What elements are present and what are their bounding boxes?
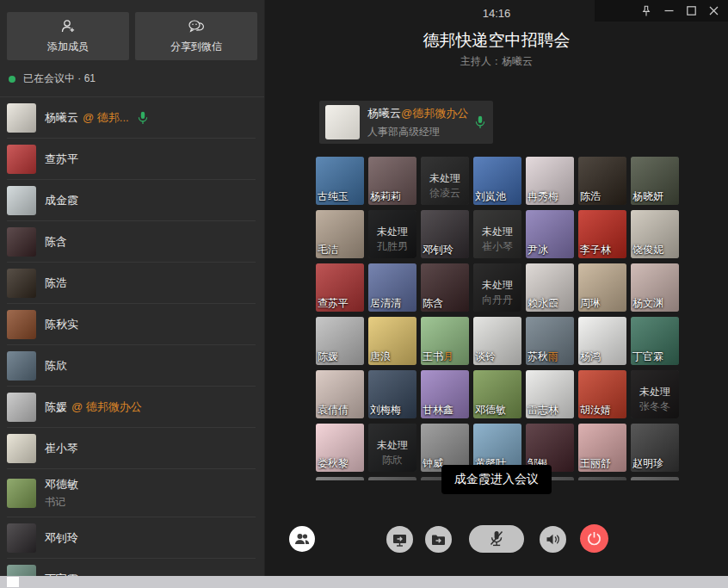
tile-name: 冉秀梅 [527, 189, 558, 204]
participant-list[interactable]: 杨曦云 @ 德邦... 查苏平 成金霞 [0, 96, 264, 576]
grid-tile[interactable]: 查苏平 [316, 263, 364, 312]
tile-avatar [578, 477, 626, 480]
grid-tile[interactable]: 甘林鑫 [421, 370, 469, 418]
grid-tile[interactable]: 未处理 崔小琴 [473, 210, 521, 258]
grid-tile[interactable]: 邓德敏 [473, 370, 521, 418]
participant-name: 崔小琴 [45, 441, 78, 456]
speaker-button[interactable] [540, 526, 566, 553]
grid-tile[interactable]: 邓钊玲 [421, 210, 469, 258]
tile-name: 丁官霖 [632, 350, 663, 364]
participant-row[interactable]: 杨曦云 @ 德邦... [0, 97, 264, 139]
tile-name: 杨鸿 [580, 350, 601, 364]
meeting-main-area: 14:16 德邦快递空中招聘会 主持人：杨曦云 杨曦云@德邦微办公 人事部高级经… [265, 0, 728, 576]
grid-tile[interactable]: 苏秋雨 [526, 317, 574, 365]
active-speaker-card[interactable]: 杨曦云@德邦微办公 人事部高级经理 [319, 101, 493, 144]
participant-row[interactable]: 查苏平 [0, 139, 264, 180]
grid-tile[interactable] [631, 477, 679, 480]
participant-row[interactable]: 邓钊玲 [0, 517, 264, 559]
participant-row[interactable]: 邓德敏 书记 [0, 469, 264, 517]
grid-tile[interactable]: 饶俊妮 [631, 210, 679, 258]
tile-name: 胡汝婧 [580, 403, 611, 418]
tile-name: 尹冰 [527, 243, 548, 257]
participant-name: 陈浩 [45, 275, 67, 291]
participant-row[interactable]: 成金霞 [0, 180, 264, 221]
participant-row[interactable]: 陈浩 [0, 263, 264, 304]
tile-name: 钟威 [423, 456, 443, 471]
grid-tile[interactable] [578, 477, 626, 480]
mic-on-icon [138, 111, 148, 125]
add-member-label: 添加成员 [47, 40, 89, 54]
grid-tile[interactable] [368, 477, 416, 480]
end-meeting-button[interactable] [580, 524, 608, 553]
pending-label: 未处理 [473, 278, 521, 293]
grid-tile[interactable]: 赖永霞 [526, 263, 574, 312]
horizontal-scrollbar[interactable] [0, 576, 728, 588]
grid-tile[interactable]: 杨莉莉 [368, 157, 416, 205]
participant-name: 杨曦云 [45, 110, 78, 126]
scrollbar-thumb[interactable] [7, 577, 19, 587]
grid-tile[interactable]: 陈含 [421, 263, 469, 312]
grid-tile[interactable]: 居清清 [368, 263, 416, 312]
grid-tile[interactable]: 刘梅梅 [368, 370, 416, 418]
participant-row[interactable]: 崔小琴 [0, 428, 264, 469]
participants-button[interactable] [289, 526, 315, 552]
participant-name: 陈欣 [45, 358, 67, 374]
grid-tile[interactable]: 未处理 徐凌云 [421, 157, 469, 205]
grid-tile[interactable]: 杨晓妍 [631, 157, 679, 205]
participant-name: 陈秋实 [45, 317, 78, 332]
share-file-button[interactable] [425, 526, 452, 553]
share-screen-icon [392, 533, 407, 547]
grid-tile[interactable]: 李子林 [578, 210, 626, 258]
grid-tile[interactable]: 娄秋黎 [316, 424, 364, 472]
microphone-muted-button[interactable] [469, 525, 524, 553]
meeting-title: 德邦快递空中招聘会 [265, 29, 728, 52]
grid-tile[interactable]: 冉秀梅 [526, 157, 574, 205]
participant-row[interactable]: 陈媛 @ 德邦微办公 [0, 387, 264, 428]
grid-tile[interactable]: 胡汝婧 [578, 370, 626, 418]
grid-tile[interactable]: 毛洁 [316, 210, 364, 258]
grid-tile[interactable]: 赵明珍 [631, 424, 679, 472]
grid-tile[interactable]: 陈媛 [316, 317, 364, 365]
participant-row[interactable]: 陈秋实 [0, 304, 264, 345]
grid-tile[interactable]: 古纯玉 [316, 157, 364, 205]
participant-row[interactable]: 丁官霖 [0, 559, 264, 576]
grid-tile[interactable]: 刘岚池 [473, 157, 521, 205]
grid-tile[interactable]: 未处理 向丹丹 [473, 263, 521, 312]
participant-name: 邓钊玲 [45, 530, 78, 546]
grid-tile[interactable]: 周琳 [578, 263, 626, 312]
grid-tile[interactable]: 杨文渊 [631, 263, 679, 312]
participant-row[interactable]: 陈欣 [0, 345, 264, 387]
share-wechat-label: 分享到微信 [170, 40, 222, 54]
grid-tile[interactable]: 丁官霖 [631, 317, 679, 365]
grid-tile[interactable]: 雷志林 [526, 370, 574, 418]
grid-tile[interactable]: 王书月 [421, 317, 469, 365]
tile-avatar [631, 477, 679, 480]
grid-tile[interactable]: 尹冰 [526, 210, 574, 258]
share-screen-button[interactable] [386, 526, 413, 553]
speaker-name: 杨曦云 [367, 107, 401, 120]
grid-tile[interactable]: 王丽舒 [578, 424, 626, 472]
participant-avatar [7, 145, 36, 174]
participant-avatar [7, 565, 36, 576]
pending-label: 未处理 [473, 225, 521, 239]
tile-name: 刘岚池 [475, 189, 506, 204]
participant-row[interactable]: 陈含 [0, 221, 264, 263]
add-member-button[interactable]: 添加成员 [7, 12, 129, 60]
participant-avatar [7, 479, 36, 508]
share-to-wechat-button[interactable]: 分享到微信 [135, 12, 257, 60]
grid-tile[interactable]: 袁倩倩 [316, 370, 364, 418]
grid-tile[interactable]: 杨鸿 [578, 317, 626, 365]
grid-tile[interactable]: 唐浪 [368, 317, 416, 365]
speaker-icon [546, 533, 560, 546]
participant-avatar [7, 523, 36, 553]
tile-name: 周琳 [580, 296, 601, 311]
tile-name: 古纯玉 [318, 189, 349, 204]
grid-tile[interactable]: 未处理 张冬冬 [631, 370, 679, 418]
grid-tile[interactable]: 陈浩 [578, 157, 626, 205]
grid-tile[interactable]: 未处理 孔胜男 [368, 210, 416, 258]
grid-tile[interactable] [316, 477, 364, 480]
grid-tile[interactable]: 谈铃 [473, 317, 521, 365]
pending-label: 未处理 [368, 225, 416, 239]
grid-tile[interactable]: 未处理 陈欣 [368, 424, 416, 472]
tile-name: 谈铃 [475, 350, 496, 364]
